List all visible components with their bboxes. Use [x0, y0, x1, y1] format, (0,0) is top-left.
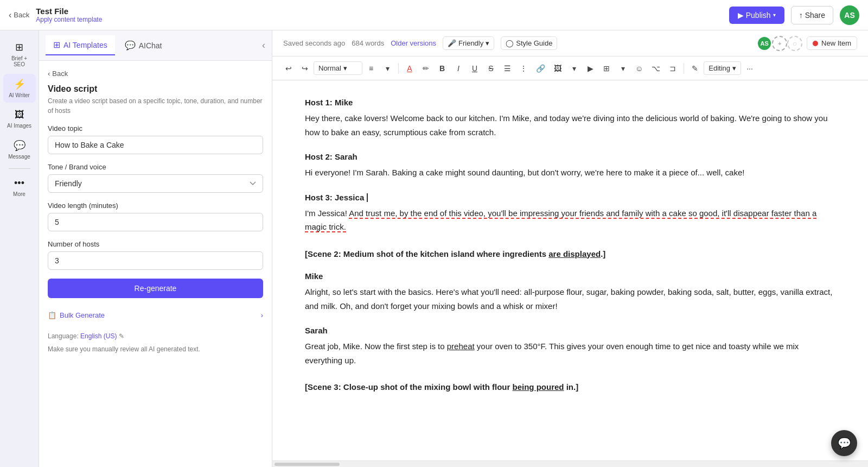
editing-chevron-icon: ▾ [732, 64, 736, 72]
language-label: Language: [48, 332, 79, 340]
emoji-button[interactable]: ☺ [631, 61, 647, 76]
top-nav: ‹ Back Test File Apply content template … [0, 0, 868, 30]
table-dropdown-button[interactable]: ▾ [615, 61, 630, 76]
editor-content[interactable]: Host 1: Mike Hey there, cake lovers! Wel… [272, 80, 868, 460]
image-button[interactable]: 🖼 [550, 61, 565, 76]
form-group-topic: Video topic [48, 124, 263, 154]
user-initials-top: AS [844, 11, 854, 20]
tone-label: Friendly [458, 39, 483, 47]
sidebar-item-ai-writer[interactable]: ⚡ AI Writer [3, 74, 36, 103]
strikethrough-button[interactable]: S [483, 61, 499, 76]
sidebar-label-message: Message [8, 154, 30, 160]
ai-images-icon: 🖼 [15, 109, 24, 121]
regenerate-button[interactable]: Re-generate [48, 279, 263, 298]
highlight-button[interactable]: ✏ [418, 61, 433, 76]
tone-selector[interactable]: 🎤 Friendly ▾ [443, 36, 494, 50]
back-chevron-icon: ‹ [48, 70, 50, 78]
user-avatar-top[interactable]: AS [840, 5, 859, 25]
tab-ai-templates[interactable]: ⊞ AI Templates [46, 35, 115, 55]
new-item-label: New Item [821, 39, 851, 47]
form-group-hosts: Number of hosts [48, 240, 263, 270]
host-heading-0: Host 1: Mike [305, 98, 835, 107]
italic-button[interactable]: I [451, 61, 466, 76]
tone-chevron-icon: ▾ [486, 39, 489, 47]
panel-content: ‹ Back Video script Create a video scrip… [39, 61, 272, 467]
panel-tabs: ⊞ AI Templates 💬 AIChat ‹ [39, 30, 272, 61]
sidebar-label-ai-images: AI Images [7, 123, 31, 129]
ai-disclaimer: Make sure you manually review all AI gen… [48, 344, 263, 354]
style-guide-button[interactable]: ◯ Style Guide [501, 36, 557, 50]
sidebar-divider [9, 168, 30, 169]
back-button[interactable]: ‹ Back [9, 10, 29, 20]
table-button[interactable]: ⊞ [599, 61, 614, 76]
sidebar-item-brief-seo[interactable]: ⊞ Brief + SEO [3, 37, 36, 72]
message-icon: 💬 [14, 140, 25, 152]
underline-button[interactable]: U [467, 61, 482, 76]
panel-section-desc: Create a video script based on a specifi… [48, 96, 263, 116]
editor-top-bar: Saved seconds ago 684 words Older versio… [272, 30, 868, 56]
language-link[interactable]: English (US) [80, 332, 117, 340]
host-text-2: I'm Jessica! And trust me, by the end of… [305, 206, 835, 234]
ai-templates-tab-icon: ⊞ [53, 40, 60, 50]
image-dropdown-button[interactable]: ▾ [566, 61, 582, 76]
host-heading-1: Host 2: Sarah [305, 152, 835, 161]
publish-button[interactable]: ▶ Publish ▾ [729, 7, 784, 24]
share-button[interactable]: ↑ Share [791, 6, 833, 24]
more-options-button[interactable]: ··· [742, 61, 757, 76]
scene-text-1: [Scene 3: Close-up shot of the mixing bo… [305, 380, 835, 394]
redo-button[interactable]: ↪ [297, 61, 312, 76]
older-versions-link[interactable]: Older versions [391, 39, 436, 47]
edit-icon-btn[interactable]: ✎ [687, 61, 703, 76]
edit-icon: ✎ [119, 332, 124, 340]
form-group-tone: Tone / Brand voice Friendly Professional… [48, 163, 263, 193]
align-dropdown-button[interactable]: ▾ [380, 61, 395, 76]
ai-chat-tab-icon: 💬 [125, 40, 136, 51]
host-heading-4: Sarah [305, 326, 835, 335]
scroll-thumb [275, 463, 340, 466]
style-selector-chevron-icon: ▾ [343, 64, 347, 72]
language-info: Language: English (US) ✎ [48, 332, 263, 340]
length-input[interactable] [48, 213, 263, 231]
hosts-label: Number of hosts [48, 240, 263, 248]
sidebar-item-more[interactable]: ••• More [3, 173, 36, 201]
user-avatars: AS + ○ [757, 36, 800, 51]
undo-button[interactable]: ↩ [281, 61, 296, 76]
host-text-3: Alright, so let's start with the basics.… [305, 285, 835, 313]
new-item-button[interactable]: New Item [807, 36, 857, 50]
bulk-generate-left: 📋 Bulk Generate [48, 311, 105, 319]
bold-button[interactable]: B [435, 61, 450, 76]
sidebar-item-ai-images[interactable]: 🖼 AI Images [3, 105, 36, 133]
bulk-generate-icon: 📋 [48, 311, 56, 319]
special-char-button[interactable]: ⌥ [648, 61, 664, 76]
style-selector[interactable]: Normal ▾ [314, 61, 362, 75]
content-block-0: Host 1: Mike Hey there, cake lovers! Wel… [305, 98, 835, 139]
font-color-button[interactable]: A [402, 61, 417, 76]
apply-template-link[interactable]: Apply content template [36, 16, 102, 23]
editing-mode-selector[interactable]: Editing ▾ [704, 61, 741, 75]
tab-ai-chat[interactable]: 💬 AIChat [117, 36, 170, 55]
bullet-list-button[interactable]: ☰ [500, 61, 515, 76]
bulk-generate-section[interactable]: 📋 Bulk Generate › [48, 307, 263, 324]
style-selector-label: Normal [318, 64, 341, 72]
style-guide-label: Style Guide [516, 39, 552, 47]
left-sidebar: ⊞ Brief + SEO ⚡ AI Writer 🖼 AI Images 💬 … [0, 30, 39, 467]
tone-select[interactable]: Friendly Professional Casual Formal [48, 174, 263, 193]
squiggly-text: And trust me, by the end of this video, … [305, 209, 816, 233]
ai-writer-icon: ⚡ [14, 78, 25, 90]
indent-button[interactable]: ⊐ [665, 61, 680, 76]
link-button[interactable]: 🔗 [532, 61, 549, 76]
sidebar-item-message[interactable]: 💬 Message [3, 135, 36, 164]
panel-collapse-button[interactable]: ‹ [262, 40, 265, 51]
toolbar-sep-2 [684, 63, 684, 74]
editor-scrollbar[interactable] [272, 460, 868, 467]
toolbar-sep-1 [398, 63, 399, 74]
play-button[interactable]: ▶ [583, 61, 598, 76]
chat-fab-button[interactable]: 💬 [831, 430, 857, 456]
hosts-input[interactable] [48, 251, 263, 270]
chat-fab-icon: 💬 [838, 437, 851, 450]
panel-back-button[interactable]: ‹ Back [48, 70, 263, 78]
content-block-1: Host 2: Sarah Hi everyone! I'm Sarah. Ba… [305, 152, 835, 180]
align-button[interactable]: ≡ [363, 61, 379, 76]
topic-input[interactable] [48, 136, 263, 154]
ordered-list-button[interactable]: ⋮ [516, 61, 531, 76]
